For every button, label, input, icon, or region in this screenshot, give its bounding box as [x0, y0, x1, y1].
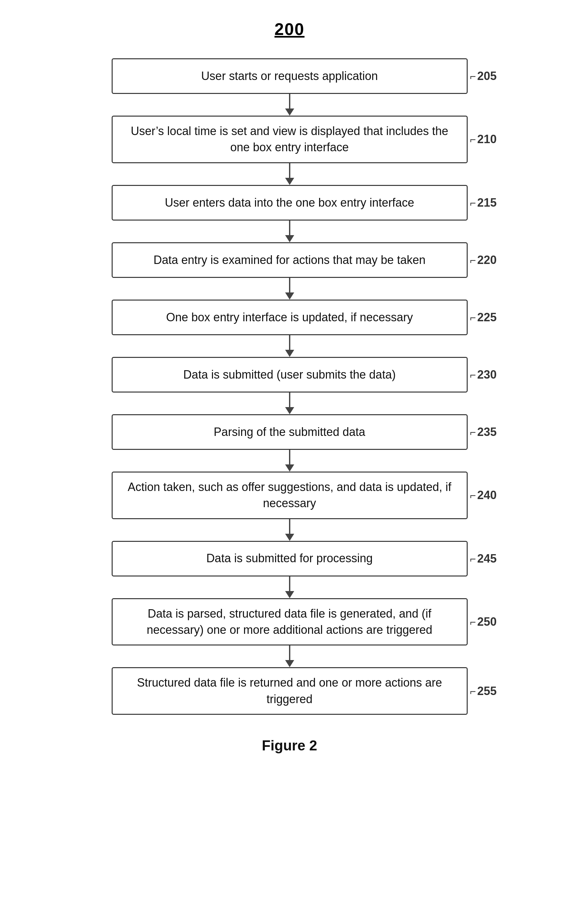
arrow-line [289, 163, 290, 178]
arrow-240 [283, 519, 296, 541]
arrow-230 [283, 393, 296, 414]
arrow-line [289, 221, 290, 235]
flow-wrapper: User starts or requests application205Us… [63, 58, 516, 715]
step-label-215: 215 [470, 196, 497, 210]
step-box-215: User enters data into the one box entry … [112, 185, 468, 221]
step-label-250: 250 [470, 615, 497, 629]
step-row-210: User’s local time is set and view is dis… [63, 116, 516, 163]
arrow-line [289, 335, 290, 350]
arrow-210 [283, 163, 296, 185]
step-label-220: 220 [470, 253, 497, 267]
step-box-210: User’s local time is set and view is dis… [112, 116, 468, 163]
step-row-220: Data entry is examined for actions that … [63, 242, 516, 278]
arrow-line [289, 393, 290, 407]
arrow-250 [283, 645, 296, 667]
step-label-230: 230 [470, 368, 497, 382]
step-row-255: Structured data file is returned and one… [63, 667, 516, 715]
arrow-215 [283, 221, 296, 242]
step-row-235: Parsing of the submitted data235 [63, 414, 516, 450]
arrow-line [289, 450, 290, 464]
step-label-245: 245 [470, 552, 497, 565]
step-row-215: User enters data into the one box entry … [63, 185, 516, 221]
step-row-205: User starts or requests application205 [63, 58, 516, 94]
arrow-245 [283, 577, 296, 598]
step-box-230: Data is submitted (user submits the data… [112, 357, 468, 393]
step-row-245: Data is submitted for processing245 [63, 541, 516, 577]
step-label-225: 225 [470, 311, 497, 324]
step-label-210: 210 [470, 133, 497, 146]
step-label-205: 205 [470, 69, 497, 83]
arrow-line [289, 94, 290, 108]
step-box-205: User starts or requests application [112, 58, 468, 94]
arrow-220 [283, 278, 296, 300]
step-row-225: One box entry interface is updated, if n… [63, 300, 516, 335]
arrow-line [289, 278, 290, 292]
step-box-225: One box entry interface is updated, if n… [112, 300, 468, 335]
arrow-235 [283, 450, 296, 472]
step-box-240: Action taken, such as offer suggestions,… [112, 472, 468, 519]
arrow-head [285, 292, 294, 300]
step-row-230: Data is submitted (user submits the data… [63, 357, 516, 393]
arrow-head [285, 407, 294, 414]
step-label-255: 255 [470, 684, 497, 698]
step-box-235: Parsing of the submitted data [112, 414, 468, 450]
step-box-245: Data is submitted for processing [112, 541, 468, 577]
step-box-220: Data entry is examined for actions that … [112, 242, 468, 278]
arrow-205 [283, 94, 296, 116]
figure-caption: Figure 2 [262, 737, 317, 754]
arrow-head [285, 591, 294, 598]
step-label-235: 235 [470, 425, 497, 439]
arrow-head [285, 178, 294, 185]
arrow-line [289, 645, 290, 660]
step-box-255: Structured data file is returned and one… [112, 667, 468, 715]
arrow-head [285, 534, 294, 541]
step-row-240: Action taken, such as offer suggestions,… [63, 472, 516, 519]
diagram-title: 200 [275, 20, 304, 39]
arrow-head [285, 108, 294, 116]
arrow-225 [283, 335, 296, 357]
arrow-line [289, 577, 290, 591]
step-row-250: Data is parsed, structured data file is … [63, 598, 516, 646]
diagram-container: 200 User starts or requests application2… [63, 20, 516, 754]
step-box-250: Data is parsed, structured data file is … [112, 598, 468, 646]
arrow-head [285, 660, 294, 667]
arrow-head [285, 464, 294, 472]
arrow-head [285, 235, 294, 242]
arrow-line [289, 519, 290, 534]
step-label-240: 240 [470, 488, 497, 502]
arrow-head [285, 350, 294, 357]
